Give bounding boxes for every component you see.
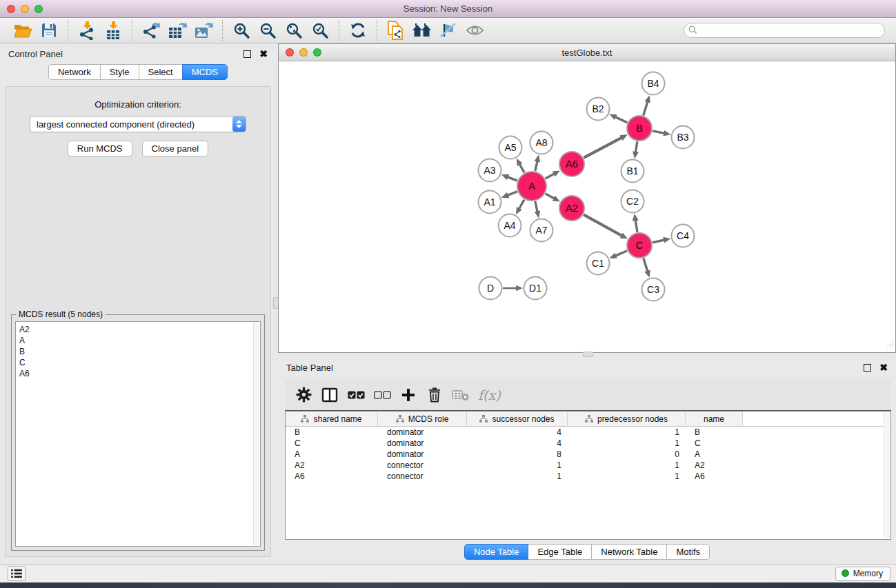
cell-name[interactable]: A6 <box>686 471 743 482</box>
open-folder-icon[interactable] <box>10 20 36 41</box>
unchecked-boxes-icon[interactable] <box>370 383 394 407</box>
mcds-result-item-b[interactable]: B <box>19 346 260 357</box>
tab-network[interactable]: Network <box>48 64 101 80</box>
cell-MCDS-role[interactable]: connector <box>378 471 467 482</box>
graph-edge-A-A7[interactable] <box>535 201 537 212</box>
close-panel-icon[interactable]: ✖ <box>259 50 268 58</box>
graph-edge-C-C1[interactable] <box>615 251 627 256</box>
close-table-panel-icon[interactable]: ✖ <box>879 364 888 372</box>
zoom-in-icon[interactable] <box>228 20 255 41</box>
graph-node-D1[interactable]: D1 <box>524 277 547 300</box>
cell-predecessor-nodes[interactable]: 1 <box>568 460 686 471</box>
memory-button[interactable]: Memory <box>835 567 890 581</box>
export-image-icon[interactable] <box>190 20 217 41</box>
run-mcds-button[interactable]: Run MCDS <box>68 141 132 156</box>
tab-select[interactable]: Select <box>139 64 183 80</box>
tab-style[interactable]: Style <box>100 64 139 80</box>
duplicate-network-document-icon[interactable] <box>383 20 409 41</box>
graph-node-A7[interactable]: A7 <box>530 219 553 242</box>
column-header-MCDS-role[interactable]: MCDS role <box>378 412 467 426</box>
export-network-icon[interactable] <box>138 20 164 41</box>
graph-edge-A-A1[interactable] <box>508 192 517 195</box>
graph-edge-B-B2[interactable] <box>615 117 627 123</box>
search-input[interactable] <box>684 23 885 38</box>
cell-predecessor-nodes[interactable]: 0 <box>568 449 686 460</box>
export-table-icon[interactable] <box>164 20 190 41</box>
graph-node-A8[interactable]: A8 <box>530 132 553 154</box>
mcds-result-item-a6[interactable]: A6 <box>19 368 260 379</box>
mcds-result-item-a2[interactable]: A2 <box>19 324 260 335</box>
graph-node-C1[interactable]: C1 <box>587 252 610 275</box>
mcds-result-item-a[interactable]: A <box>19 335 260 346</box>
cell-MCDS-role[interactable]: dominator <box>378 449 467 460</box>
graph-edge-A-A6[interactable] <box>546 174 555 179</box>
graph-edge-B-B3[interactable] <box>653 131 664 134</box>
column-header-shared-name[interactable]: shared name <box>286 412 378 426</box>
graph-edge-C-C4[interactable] <box>653 240 664 243</box>
close-panel-button[interactable]: Close panel <box>142 141 209 156</box>
graph-node-B3[interactable]: B3 <box>672 126 695 149</box>
graph-node-A3[interactable]: A3 <box>479 159 501 182</box>
split-columns-icon[interactable] <box>318 383 341 407</box>
cell-successor-nodes[interactable]: 8 <box>467 449 568 460</box>
network-canvas[interactable]: B4B2BB3A5A8A6A3B1AA1C2A2A4A7C4CC1C3DD1 <box>279 61 895 352</box>
graph-node-B[interactable]: B <box>627 116 652 141</box>
graph-node-A4[interactable]: A4 <box>499 214 521 237</box>
column-header-name[interactable]: name <box>686 412 743 426</box>
cell-MCDS-role[interactable]: connector <box>378 460 467 471</box>
column-header-successor-nodes[interactable]: successor nodes <box>467 412 568 426</box>
cell-name[interactable]: A <box>686 449 743 460</box>
add-icon[interactable] <box>397 383 420 407</box>
graph-node-C2[interactable]: C2 <box>621 190 644 213</box>
cell-successor-nodes[interactable]: 4 <box>467 427 568 438</box>
graph-edge-B-B4[interactable] <box>644 101 648 115</box>
table-tab-motifs[interactable]: Motifs <box>666 544 710 560</box>
cell-MCDS-role[interactable]: dominator <box>378 427 467 438</box>
network-minimize-button[interactable] <box>299 48 308 57</box>
cell-predecessor-nodes[interactable]: 1 <box>568 471 686 482</box>
import-network-icon[interactable] <box>74 20 100 41</box>
graph-node-C4[interactable]: C4 <box>672 225 695 247</box>
network-maximize-button[interactable] <box>313 48 321 57</box>
float-table-panel-icon[interactable] <box>864 364 871 372</box>
table-tab-node-table[interactable]: Node Table <box>464 544 529 560</box>
cell-shared-name[interactable]: A <box>286 449 378 460</box>
cell-predecessor-nodes[interactable]: 1 <box>568 427 686 438</box>
cell-name[interactable]: B <box>686 427 743 438</box>
cell-name[interactable]: A2 <box>686 460 743 471</box>
graph-node-C3[interactable]: C3 <box>642 278 665 301</box>
cell-predecessor-nodes[interactable]: 1 <box>568 438 686 449</box>
graph-edge-C-C2[interactable] <box>635 220 637 232</box>
graph-node-A1[interactable]: A1 <box>479 191 501 214</box>
table-scrollbar[interactable] <box>884 412 890 538</box>
save-icon[interactable] <box>36 20 62 41</box>
trash-icon[interactable] <box>423 383 446 407</box>
graph-edge-A-A8[interactable] <box>535 161 537 171</box>
mcds-list-scrollbar[interactable] <box>253 323 259 545</box>
cell-shared-name[interactable]: A6 <box>286 471 378 482</box>
graph-node-A5[interactable]: A5 <box>499 136 522 159</box>
graph-node-A6[interactable]: A6 <box>559 152 584 176</box>
table-tab-edge-table[interactable]: Edge Table <box>528 544 592 560</box>
zoom-fit-icon[interactable] <box>281 20 307 41</box>
checked-boxes-icon[interactable] <box>344 383 368 407</box>
graph-node-C[interactable]: C <box>627 233 652 258</box>
gear-icon[interactable] <box>292 383 315 407</box>
graph-node-D[interactable]: D <box>479 277 502 300</box>
graph-node-B4[interactable]: B4 <box>642 72 665 95</box>
tab-mcds[interactable]: MCDS <box>182 64 228 80</box>
eye-icon[interactable] <box>461 20 488 41</box>
cell-shared-name[interactable]: C <box>286 438 378 449</box>
graph-node-B1[interactable]: B1 <box>621 160 644 183</box>
zoom-out-icon[interactable] <box>255 20 281 41</box>
mcds-result-item-c[interactable]: C <box>19 357 260 368</box>
graph-edge-A-A5[interactable] <box>519 164 524 172</box>
cell-successor-nodes[interactable]: 1 <box>467 471 568 482</box>
graph-edge-A6-B[interactable] <box>584 138 621 158</box>
criterion-dropdown[interactable]: largest connected component (directed) <box>30 116 246 132</box>
cell-name[interactable]: C <box>686 438 743 449</box>
network-graph[interactable]: B4B2BB3A5A8A6A3B1AA1C2A2A4A7C4CC1C3DD1 <box>279 61 895 352</box>
import-table-icon[interactable] <box>100 20 126 41</box>
flag-slash-icon[interactable] <box>435 20 461 41</box>
minimize-window-button[interactable] <box>21 5 29 13</box>
